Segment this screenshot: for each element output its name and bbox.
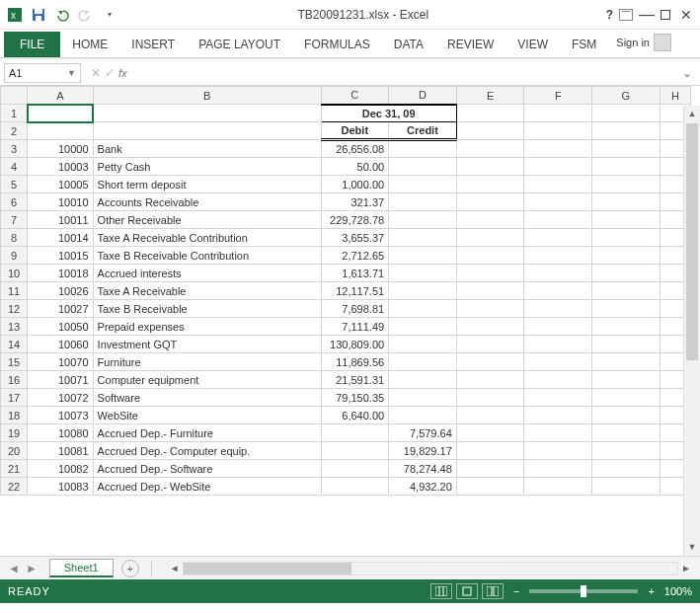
cell-acct[interactable]: 10014	[28, 229, 94, 247]
cell[interactable]	[592, 478, 661, 496]
cell[interactable]	[524, 460, 592, 478]
tab-fsm[interactable]: FSM	[560, 32, 608, 57]
cell-debit[interactable]	[321, 442, 389, 460]
cell[interactable]	[456, 318, 524, 336]
maximize-button[interactable]	[661, 10, 670, 20]
new-sheet-button[interactable]: +	[121, 560, 139, 577]
cell-acct[interactable]: 10003	[28, 158, 94, 176]
tab-file[interactable]: FILE	[4, 32, 60, 57]
cell-name[interactable]: Taxe B Receivable Contribution	[93, 247, 321, 265]
cell-credit[interactable]	[389, 300, 457, 318]
cell[interactable]	[456, 229, 524, 247]
cell-acct[interactable]: 10005	[28, 176, 94, 193]
cell-acct[interactable]: 10027	[28, 300, 94, 318]
grid-scroll[interactable]: A B C D E F G H 1 Dec 31, 09 2 Debit	[0, 86, 700, 556]
cell[interactable]	[524, 318, 592, 336]
cell-debit[interactable]: 1,613.71	[321, 265, 389, 282]
cell[interactable]	[592, 193, 661, 211]
help-icon[interactable]: ?	[606, 8, 613, 22]
save-button[interactable]	[28, 4, 49, 26]
cell[interactable]	[456, 176, 524, 193]
zoom-handle[interactable]	[581, 585, 586, 597]
scroll-right-icon[interactable]: ►	[678, 563, 694, 574]
cell-name[interactable]: Computer equipment	[93, 371, 321, 389]
redo-button[interactable]	[75, 4, 97, 26]
cell[interactable]	[592, 371, 661, 389]
tab-home[interactable]: HOME	[60, 32, 119, 57]
cell[interactable]	[524, 247, 592, 265]
cell[interactable]	[592, 265, 661, 282]
tab-page-layout[interactable]: PAGE LAYOUT	[187, 32, 292, 57]
cell[interactable]	[456, 460, 524, 478]
cell[interactable]	[524, 122, 592, 140]
row-header[interactable]: 9	[1, 247, 28, 265]
scroll-thumb[interactable]	[686, 123, 698, 360]
cell[interactable]	[524, 176, 592, 193]
minimize-button[interactable]: —	[639, 6, 655, 24]
fx-icon[interactable]: fx	[118, 67, 127, 79]
date-header[interactable]: Dec 31, 09	[321, 105, 456, 122]
zoom-out-button[interactable]: −	[513, 585, 519, 597]
cell-debit[interactable]: 50.00	[321, 158, 389, 176]
row-header[interactable]: 19	[1, 424, 28, 442]
cell[interactable]	[592, 158, 661, 176]
cell[interactable]	[524, 211, 592, 229]
col-header-e[interactable]: E	[456, 87, 524, 105]
cell-acct[interactable]: 10011	[28, 211, 94, 229]
horizontal-scrollbar[interactable]: ◄ ►	[167, 562, 694, 575]
cell[interactable]	[524, 193, 592, 211]
cell-credit[interactable]	[389, 229, 457, 247]
cell-acct[interactable]: 10072	[28, 389, 94, 407]
tab-formulas[interactable]: FORMULAS	[292, 32, 382, 57]
cell-name[interactable]: Taxe A Receivable	[93, 282, 321, 300]
cell[interactable]	[592, 300, 661, 318]
cell-name[interactable]: Petty Cash	[93, 158, 321, 176]
cell-name[interactable]: Investment GQT	[93, 336, 321, 353]
cell[interactable]	[456, 193, 524, 211]
cell-credit[interactable]: 19,829.17	[389, 442, 457, 460]
cell[interactable]	[524, 300, 592, 318]
zoom-level[interactable]: 100%	[664, 585, 692, 597]
name-box[interactable]: A1 ▼	[4, 63, 81, 83]
row-header[interactable]: 4	[1, 158, 28, 176]
cell-acct[interactable]: 10000	[28, 140, 94, 158]
cell[interactable]	[524, 158, 592, 176]
sheet-nav[interactable]: ◄ ►	[0, 562, 45, 575]
tab-review[interactable]: REVIEW	[435, 32, 506, 57]
cell[interactable]	[524, 265, 592, 282]
cell-acct[interactable]: 10050	[28, 318, 94, 336]
expand-formula-bar-icon[interactable]: ⌄	[678, 66, 696, 80]
cell-debit[interactable]: 26,656.08	[321, 140, 389, 158]
undo-button[interactable]	[51, 4, 73, 26]
qat-customize-icon[interactable]: ▾	[99, 4, 120, 26]
row-header[interactable]: 20	[1, 442, 28, 460]
row-header[interactable]: 17	[1, 389, 28, 407]
row-header[interactable]: 22	[1, 478, 28, 496]
cell-name[interactable]: Taxe A Receivable Contribution	[93, 229, 321, 247]
cell[interactable]	[456, 105, 524, 122]
cell[interactable]	[456, 265, 524, 282]
cell[interactable]	[592, 140, 661, 158]
cell[interactable]	[456, 442, 524, 460]
cell-credit[interactable]	[389, 318, 457, 336]
row-header[interactable]: 6	[1, 193, 28, 211]
col-header-a[interactable]: A	[28, 87, 94, 105]
row-header[interactable]: 18	[1, 407, 28, 424]
cell-acct[interactable]: 10026	[28, 282, 94, 300]
cell[interactable]	[592, 318, 661, 336]
tab-insert[interactable]: INSERT	[119, 32, 187, 57]
cell-credit[interactable]: 78,274.48	[389, 460, 457, 478]
credit-header[interactable]: Credit	[389, 122, 457, 140]
row-header[interactable]: 10	[1, 265, 28, 282]
scroll-down-icon[interactable]: ▼	[684, 539, 700, 556]
col-header-f[interactable]: F	[524, 87, 592, 105]
cell[interactable]	[524, 282, 592, 300]
row-header[interactable]: 7	[1, 211, 28, 229]
cell-credit[interactable]	[389, 282, 457, 300]
cell-credit[interactable]	[389, 353, 457, 371]
cell[interactable]	[592, 282, 661, 300]
cell-name[interactable]: Prepaid expenses	[93, 318, 321, 336]
col-header-g[interactable]: G	[592, 87, 661, 105]
spreadsheet-grid[interactable]: A B C D E F G H 1 Dec 31, 09 2 Debit	[0, 86, 691, 496]
tab-data[interactable]: DATA	[382, 32, 435, 57]
